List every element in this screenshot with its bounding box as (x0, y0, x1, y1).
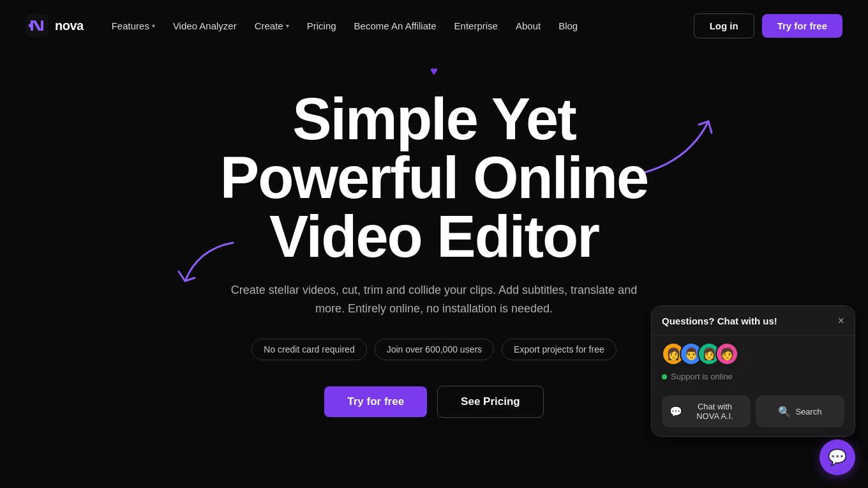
see-pricing-button[interactable]: See Pricing (437, 386, 544, 418)
nav-links: Features ▾ Video Analyzer Create ▾ Prici… (104, 15, 585, 36)
status-text: Support is online (671, 372, 733, 381)
nav-link-about[interactable]: About (508, 15, 548, 36)
try-free-hero-button[interactable]: Try for free (324, 386, 427, 417)
cta-buttons: Try for free See Pricing (324, 386, 543, 418)
login-button[interactable]: Log in (694, 13, 754, 38)
chat-widget: Questions? Chat with us! × 👩 👨 👩 🧑 Suppo… (651, 305, 855, 437)
chat-header: Questions? Chat with us! × (652, 306, 855, 336)
hero-title: Simple Yet Powerful Online Video Editor (220, 89, 648, 266)
chat-search-button[interactable]: 🔍 Search (756, 395, 844, 427)
nav-link-video-analyzer[interactable]: Video Analyzer (165, 15, 244, 36)
badge-users: Join over 600,000 users (375, 339, 494, 360)
logo-icon (26, 14, 49, 37)
chat-header-title: Questions? Chat with us! (662, 316, 777, 326)
chat-icon: 💬 (670, 406, 682, 418)
avatar-group: 👩 👨 👩 🧑 (662, 342, 738, 365)
chat-actions: 💬 Chat with NOVA A.I. 🔍 Search (652, 389, 855, 436)
nav-right: Log in Try for free (694, 13, 842, 38)
nav-link-affiliate[interactable]: Become An Affiliate (347, 15, 444, 36)
chat-close-button[interactable]: × (837, 315, 844, 326)
feature-badges: No credit card required Join over 600,00… (251, 339, 616, 360)
chevron-down-icon: ▾ (152, 22, 155, 29)
status-row: Support is online (652, 369, 855, 389)
chat-ai-label: Chat with NOVA A.I. (687, 402, 743, 421)
nav-link-blog[interactable]: Blog (551, 15, 585, 36)
nav-link-features[interactable]: Features ▾ (104, 15, 163, 36)
navbar: nova Features ▾ Video Analyzer Create ▾ … (0, 0, 868, 51)
chat-ai-button[interactable]: 💬 Chat with NOVA A.I. (662, 395, 751, 427)
search-icon: 🔍 (778, 406, 791, 418)
chat-bubble-button[interactable]: 💬 (819, 439, 855, 475)
badge-no-credit-card: No credit card required (251, 339, 366, 360)
chat-avatars: 👩 👨 👩 🧑 (652, 336, 855, 369)
try-free-nav-button[interactable]: Try for free (762, 14, 842, 38)
logo[interactable]: nova (26, 14, 84, 37)
heart-decoration-icon: ♥ (430, 64, 438, 79)
logo-text: nova (55, 19, 84, 33)
badge-export-free: Export projects for free (502, 339, 617, 360)
nav-link-create[interactable]: Create ▾ (247, 15, 297, 36)
nav-link-enterprise[interactable]: Enterprise (447, 15, 505, 36)
nav-link-pricing[interactable]: Pricing (299, 15, 344, 36)
status-online-dot (662, 374, 667, 379)
nav-left: nova Features ▾ Video Analyzer Create ▾ … (26, 14, 585, 37)
avatar: 🧑 (715, 342, 738, 365)
hero-subtitle: Create stellar videos, cut, trim and col… (217, 281, 651, 318)
chat-bubble-icon: 💬 (828, 448, 847, 466)
chevron-down-icon: ▾ (286, 22, 289, 29)
chat-search-label: Search (795, 407, 821, 416)
